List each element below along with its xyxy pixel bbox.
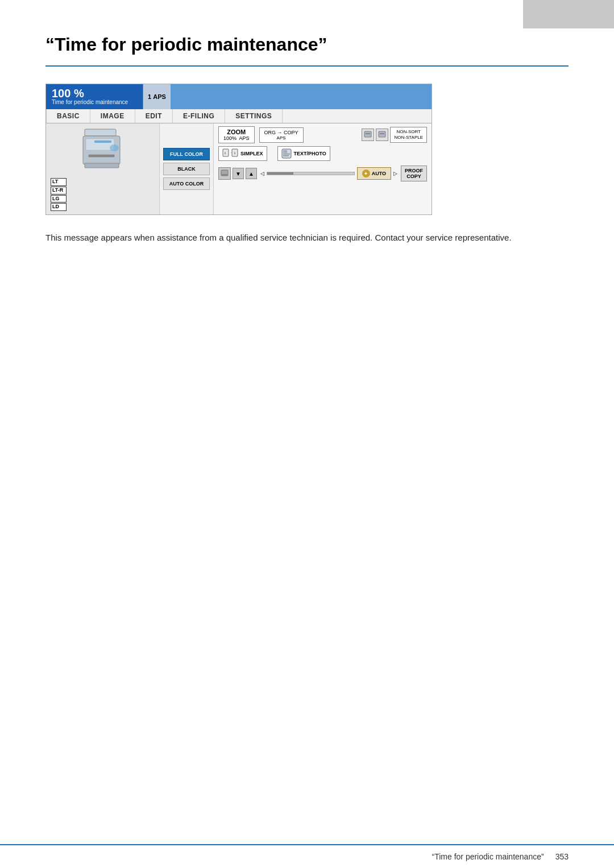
finisher-icons: [362, 129, 388, 141]
auto-button[interactable]: ✦ AUTO: [357, 167, 391, 180]
proof-copy-button[interactable]: PROOFCOPY: [401, 166, 427, 181]
settings-row-1: ZOOM 100% APS ORG → COPY APS: [218, 126, 427, 143]
aps-label: APS: [153, 93, 166, 100]
tray-lt-r: LT-R: [51, 187, 67, 195]
tab-bar: Basic Image Edit E-Filing Settings: [46, 109, 432, 123]
status-aps: 1 APS: [143, 84, 171, 109]
description-text: This message appears when assistance fro…: [45, 231, 512, 245]
color-buttons: FULL COLOR BLACK AUTO COLOR: [160, 123, 214, 214]
tray-lt: LT: [51, 178, 67, 186]
svg-rect-17: [283, 150, 287, 153]
tray-down-btn[interactable]: ▼: [233, 168, 244, 179]
main-panel: LT LT-R LG LD FULL COLOR BLACK AUTO COLO…: [46, 123, 432, 214]
auto-label: AUTO: [372, 171, 386, 176]
aps-number: 1: [148, 93, 151, 100]
progress-fill: [267, 172, 293, 175]
simplex-box: 1 → 1 SIMPLEX: [218, 146, 267, 161]
tab-basic[interactable]: Basic: [46, 109, 90, 123]
zoom-percent: 100% APS: [223, 135, 250, 141]
top-right-decorative-box: [523, 0, 614, 28]
svg-rect-5: [85, 163, 119, 168]
progress-bar: [267, 172, 355, 175]
tab-edit[interactable]: Edit: [135, 109, 173, 123]
footer-page: 353: [555, 852, 569, 861]
auto-color-button[interactable]: AUTO COLOR: [163, 177, 210, 190]
zoom-box: ZOOM 100% APS: [218, 126, 255, 143]
black-button[interactable]: BLACK: [163, 163, 210, 175]
simplex-icon: 1 → 1: [222, 148, 238, 159]
tray-icon: [218, 167, 231, 180]
org-copy-label: ORG → COPY: [264, 130, 298, 135]
printer-image: [80, 126, 126, 177]
full-color-button[interactable]: FULL COLOR: [163, 148, 210, 160]
svg-rect-3: [94, 140, 111, 143]
progress-end: ▷: [393, 171, 397, 176]
svg-rect-18: [283, 154, 290, 155]
status-right-blue: [171, 84, 432, 109]
progress-area: ◁ ✦ AUTO ▷: [260, 167, 397, 180]
finisher-icon-2: [376, 129, 388, 141]
simplex-label: SIMPLEX: [240, 151, 263, 156]
org-copy-box: ORG → COPY APS: [259, 127, 304, 143]
printer-section: LT LT-R LG LD: [46, 123, 160, 214]
tray-controls: ▼ ▲: [218, 167, 257, 180]
svg-rect-0: [85, 129, 116, 136]
svg-rect-8: [366, 133, 370, 134]
auto-icon: ✦: [362, 170, 370, 177]
ui-screenshot: 100 % Time for periodic maintenance 1 AP…: [45, 84, 432, 215]
tab-settings[interactable]: Settings: [225, 109, 283, 123]
status-message: Time for periodic maintenance: [52, 99, 137, 106]
status-percent: 100 %: [52, 88, 137, 99]
settings-row-2: 1 → 1 SIMPLEX: [218, 146, 427, 161]
progress-start: ◁: [260, 171, 264, 176]
svg-rect-21: [222, 174, 227, 176]
bottom-row: ▼ ▲ ◁ ✦ AUTO ▷ PROOFCOPY: [218, 166, 427, 181]
page-content: “Time for periodic maintenance” 100 % Ti…: [0, 0, 614, 307]
tab-efiling[interactable]: E-Filing: [173, 109, 225, 123]
status-bar: 100 % Time for periodic maintenance 1 AP…: [46, 84, 432, 109]
settings-area: ZOOM 100% APS ORG → COPY APS: [214, 123, 432, 214]
svg-rect-4: [89, 155, 114, 157]
svg-rect-19: [283, 155, 289, 156]
text-photo-box: TEXT/PHOTO: [277, 146, 330, 161]
status-left: 100 % Time for periodic maintenance: [46, 84, 143, 109]
zoom-label: ZOOM: [223, 129, 250, 135]
finisher-icon-1: [362, 129, 374, 141]
page-footer: “Time for periodic maintenance” 353: [0, 844, 614, 868]
text-photo-label: TEXT/PHOTO: [294, 151, 326, 156]
page-title: “Time for periodic maintenance”: [45, 34, 569, 55]
non-sort-box: NON-SORTNON-STAPLE: [390, 127, 427, 143]
svg-point-6: [110, 144, 119, 151]
footer-text: “Time for periodic maintenance”: [432, 852, 544, 861]
tray-labels: LT LT-R LG LD: [51, 178, 67, 212]
tray-up-btn[interactable]: ▲: [246, 168, 257, 179]
tray-lg: LG: [51, 195, 67, 203]
org-copy-sub: APS: [264, 135, 298, 140]
tab-image[interactable]: Image: [90, 109, 135, 123]
svg-rect-10: [380, 133, 384, 134]
tray-ld: LD: [51, 203, 67, 211]
printer-svg: [80, 126, 126, 180]
text-photo-icon: [281, 148, 292, 159]
title-rule: [45, 65, 569, 67]
